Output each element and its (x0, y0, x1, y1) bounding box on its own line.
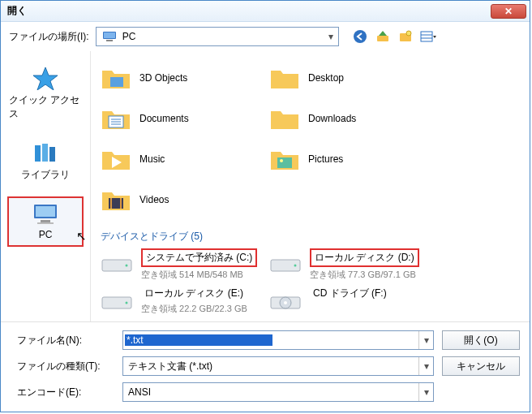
svg-rect-10 (35, 145, 41, 162)
svg-point-35 (284, 301, 287, 304)
folder-label: 3D Objects (139, 72, 187, 84)
folder-icon (101, 64, 131, 92)
cd-drive-icon (269, 289, 302, 313)
drive-name: ローカル ディスク (E:) (141, 286, 247, 301)
location-combo[interactable]: PC ▾ (96, 27, 339, 46)
drive-sub: 空き領域 22.2 GB/22.3 GB (141, 303, 247, 315)
svg-rect-25 (110, 198, 112, 209)
up-icon[interactable] (375, 28, 391, 45)
svg-point-28 (126, 265, 128, 267)
filename-label: ファイル名(N): (17, 334, 114, 347)
location-value: PC (122, 31, 324, 42)
folder-label: Music (139, 153, 165, 165)
svg-rect-11 (42, 144, 48, 162)
filename-value: *.txt (125, 334, 272, 346)
libraries-icon (32, 140, 59, 165)
drive-item[interactable]: CD ドライブ (F:) (269, 286, 431, 315)
sidebar-item-quickaccess[interactable]: クイック アクセス (9, 61, 82, 126)
svg-rect-26 (120, 198, 122, 209)
svg-rect-22 (277, 157, 292, 168)
chevron-down-icon: ▾ (418, 331, 433, 349)
folder-icon (101, 105, 131, 132)
new-folder-icon[interactable] (397, 28, 414, 45)
svg-rect-4 (377, 36, 388, 41)
filetype-combo[interactable]: テキスト文書 (*.txt) ▾ (122, 356, 434, 376)
devices-header: デバイスとドライブ (5) (101, 230, 525, 244)
folder-label: Downloads (308, 113, 356, 124)
drive-icon (269, 252, 302, 276)
folder-label: Documents (139, 113, 189, 124)
svg-point-6 (406, 31, 411, 36)
titlebar: 開く ✕ (1, 1, 530, 22)
drive-item[interactable]: システムで予約済み (C:) 空き領域 514 MB/548 MB (101, 248, 263, 281)
drive-icon (101, 289, 133, 313)
svg-point-23 (280, 159, 283, 162)
filetype-value: テキスト文書 (*.txt) (123, 360, 418, 373)
folder-item[interactable]: Videos (101, 181, 263, 218)
drive-sub: 空き領域 514 MB/548 MB (141, 269, 257, 281)
drive-sub: 空き領域 77.3 GB/97.1 GB (310, 269, 419, 281)
sidebar-label: クイック アクセス (9, 93, 82, 121)
svg-rect-16 (37, 222, 54, 224)
open-button[interactable]: 開く(O) (442, 330, 520, 350)
svg-rect-14 (36, 206, 55, 217)
cursor-icon: ↖ (76, 229, 87, 244)
svg-point-3 (354, 30, 367, 43)
filename-combo[interactable]: *.txt ▾ (122, 330, 434, 350)
pc-icon (101, 31, 118, 42)
drive-item[interactable]: ローカル ディスク (E:) 空き領域 22.2 GB/22.3 GB (101, 286, 263, 315)
back-icon[interactable] (352, 28, 368, 45)
svg-point-32 (126, 302, 128, 304)
open-dialog: 開く ✕ ファイルの場所(I): PC ▾ クイック アクセス (0, 0, 530, 412)
drives-grid: システムで予約済み (C:) 空き領域 514 MB/548 MB ローカル デ… (101, 248, 525, 315)
encoding-value: ANSI (123, 386, 418, 398)
encoding-combo[interactable]: ANSI ▾ (122, 382, 434, 402)
sidebar-item-pc[interactable]: PC ↖ (7, 196, 84, 247)
svg-rect-7 (421, 32, 432, 41)
close-icon: ✕ (504, 6, 513, 17)
close-button[interactable]: ✕ (491, 4, 526, 19)
folder-label: Pictures (308, 153, 343, 165)
folder-item[interactable]: Downloads (269, 100, 431, 137)
drive-icon (101, 252, 133, 276)
star-icon (32, 66, 59, 90)
svg-rect-17 (110, 77, 123, 87)
folder-icon (269, 145, 300, 173)
svg-rect-1 (104, 32, 115, 38)
folder-grid: 3D Objects Desktop Documents Downloads M… (101, 59, 525, 218)
toolbar: ファイルの場所(I): PC ▾ (1, 22, 530, 51)
folder-item[interactable]: Pictures (269, 140, 431, 178)
chevron-down-icon: ▾ (324, 31, 338, 42)
drive-name: CD ドライブ (F:) (310, 286, 390, 301)
sidebar-label: ライブラリ (21, 168, 70, 182)
drive-item[interactable]: ローカル ディスク (D:) 空き領域 77.3 GB/97.1 GB (269, 248, 431, 281)
folder-item[interactable]: Desktop (269, 59, 431, 97)
folder-item[interactable]: Documents (101, 100, 263, 137)
window-title: 開く (4, 4, 491, 18)
svg-rect-2 (106, 40, 113, 41)
drive-name: ローカル ディスク (D:) (310, 248, 419, 267)
filetype-label: ファイルの種類(T): (17, 360, 114, 373)
sidebar: クイック アクセス ライブラリ PC ↖ (1, 51, 90, 321)
view-icon[interactable] (420, 28, 436, 45)
folder-label: Videos (139, 194, 169, 205)
sidebar-item-libraries[interactable]: ライブラリ (9, 136, 82, 187)
drive-name: システムで予約済み (C:) (141, 248, 257, 267)
sidebar-label: PC (39, 229, 53, 240)
main-panel: 3D Objects Desktop Documents Downloads M… (90, 51, 530, 321)
folder-icon (269, 105, 300, 132)
svg-point-30 (294, 265, 297, 267)
folder-item[interactable]: Music (101, 140, 263, 178)
folder-icon (101, 145, 131, 173)
svg-rect-15 (41, 220, 50, 222)
location-label: ファイルの場所(I): (9, 30, 89, 44)
folder-icon (269, 64, 300, 92)
dialog-body: クイック アクセス ライブラリ PC ↖ 3D Objects Desk (1, 51, 530, 321)
folder-icon (101, 186, 131, 213)
encoding-label: エンコード(E): (17, 386, 114, 399)
cancel-button[interactable]: キャンセル (442, 356, 520, 376)
folder-label: Desktop (308, 72, 344, 84)
chevron-down-icon: ▾ (418, 383, 433, 401)
folder-item[interactable]: 3D Objects (101, 59, 263, 97)
toolbar-icons (352, 28, 436, 45)
